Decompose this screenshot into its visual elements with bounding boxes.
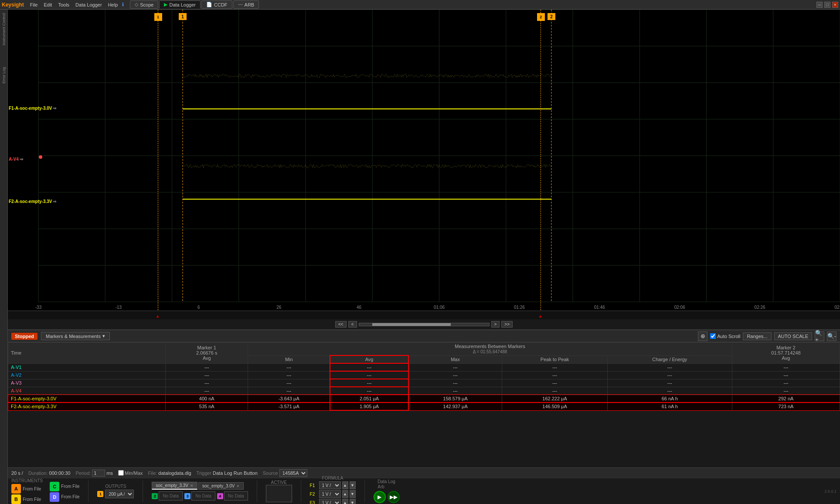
tab-scope[interactable]: ◇ Scope xyxy=(130,0,158,9)
nav-bar: << < > >> xyxy=(8,319,840,330)
run-play2-button[interactable]: ▶▶ xyxy=(388,491,400,503)
close-button[interactable]: ✕ xyxy=(832,2,838,8)
maximize-button[interactable]: □ xyxy=(824,2,830,8)
f2-down-arrow[interactable]: ▼ xyxy=(350,490,356,498)
instr-row-1: A From File xyxy=(11,484,43,494)
panel-tab-markers[interactable]: Markers & Measurements ▾ xyxy=(41,332,110,340)
divider-1 xyxy=(88,480,88,502)
cell-max: 142.937 μA xyxy=(408,403,502,410)
cell-ce: --- xyxy=(607,371,732,379)
output-num-4: 4 xyxy=(217,493,223,499)
output-row-1: 1 200 μA / xyxy=(97,490,134,498)
chart-area: F1-A-soc-empty-3.0V⇒ A-V4⇒ F2-A-soc-empt… xyxy=(8,10,840,311)
title-bar: Keysight File Edit Tools Data Logger Hel… xyxy=(0,0,840,10)
cell-m1: --- xyxy=(166,387,248,395)
f1-up-arrow[interactable]: ▲ xyxy=(342,481,348,489)
cell-channel: F2-A-soc-empty-3.3V xyxy=(8,403,166,410)
zoom-out-button[interactable]: 🔍- xyxy=(827,331,837,341)
info-icon[interactable]: ℹ xyxy=(122,2,124,7)
table-row: A-V4 --- --- --- --- --- --- --- xyxy=(8,387,840,395)
scope-icon: ◇ xyxy=(135,2,138,7)
min-max-checkbox[interactable] xyxy=(118,470,124,476)
instr-btn-c[interactable]: C xyxy=(50,482,59,491)
cell-min: --- xyxy=(248,371,330,379)
run-section: Data Log Arb ▶ ▶▶ xyxy=(374,479,400,503)
cell-avg: 1.905 μA xyxy=(330,403,408,410)
data-tabs-row: soc_empty_3.3V ✕ soc_empty_3.0V ✕ xyxy=(152,482,248,490)
divider-5 xyxy=(364,480,365,502)
tab-datalogger[interactable]: ▶ Data Logger xyxy=(159,0,201,9)
f1-dropdown[interactable]: 1 V / xyxy=(319,481,341,489)
auto-scroll-checkbox[interactable] xyxy=(710,333,716,339)
cell-m2: 723 nA xyxy=(732,403,840,410)
nav-last-button[interactable]: >> xyxy=(501,321,513,328)
menu-tools[interactable]: Tools xyxy=(55,2,72,8)
cell-m1: --- xyxy=(166,371,248,379)
f2-up-arrow[interactable]: ▲ xyxy=(342,490,348,498)
active-box xyxy=(266,485,292,502)
content-area: F1-A-soc-empty-3.0V⇒ A-V4⇒ F2-A-soc-empt… xyxy=(8,10,840,504)
cell-min: -3.571 μA xyxy=(248,403,330,410)
output-dropdown-1[interactable]: 200 μA / xyxy=(105,490,134,498)
auto-scroll-toggle[interactable]: Auto Scroll xyxy=(710,333,740,339)
cell-m2: --- xyxy=(732,371,840,379)
formula-row-3: F3 1 V / ▲ ▼ xyxy=(310,499,356,504)
col-min-header: Min xyxy=(248,355,330,363)
menu-datalogger[interactable]: Data Logger xyxy=(73,2,105,8)
cell-m2: --- xyxy=(732,387,840,395)
sidebar-error-log: Error Log xyxy=(1,65,7,85)
zoom-in-button[interactable]: 🔍+ xyxy=(815,331,824,341)
instr-btn-a[interactable]: A xyxy=(11,484,21,494)
active-section: ACTIVE xyxy=(266,480,292,502)
output-num-1: 1 xyxy=(97,491,103,497)
f1-down-arrow[interactable]: ▼ xyxy=(350,481,356,489)
menu-help[interactable]: Help xyxy=(105,2,121,8)
data-tab-soc-33[interactable]: soc_empty_3.3V ✕ xyxy=(152,482,197,490)
tab-soc-33-close[interactable]: ✕ xyxy=(190,484,194,488)
instr-btn-d[interactable]: D xyxy=(50,492,59,502)
f2-dropdown[interactable]: 1 V / xyxy=(319,490,341,498)
data-tab-soc-30[interactable]: soc_empty_3.0V ✕ xyxy=(198,482,244,490)
tab-ccdf[interactable]: 📄 CCDF xyxy=(201,0,232,9)
no-data-row: 2 No Data 3 No Data 4 No Data xyxy=(152,491,248,501)
table-row: A-V1 --- --- --- --- --- --- --- xyxy=(8,363,840,371)
bottom-panel: Stopped Markers & Measurements ▾ ⊕ Auto … xyxy=(8,330,840,478)
instrument-bar: INSTRUMENTS A From File B From File C Fr… xyxy=(8,478,840,504)
period-input[interactable] xyxy=(92,470,105,477)
menu-file[interactable]: File xyxy=(27,2,41,8)
min-max-checkbox-label[interactable]: Min/Max xyxy=(118,470,143,476)
scroll-thumb[interactable] xyxy=(372,323,451,326)
f3-down-arrow[interactable]: ▼ xyxy=(350,499,356,504)
no-data-3: No Data xyxy=(191,491,215,501)
cell-p2p: 146.509 μA xyxy=(502,403,607,410)
instr-row-3: C From File xyxy=(50,482,79,491)
source-select[interactable]: 14585A xyxy=(279,469,307,477)
col-time-header: Time xyxy=(8,343,166,364)
add-measurement-button[interactable]: ⊕ xyxy=(698,331,707,341)
nav-first-button[interactable]: << xyxy=(335,321,347,328)
tab-arb[interactable]: 〰 ARB xyxy=(233,0,259,9)
f3-up-arrow[interactable]: ▲ xyxy=(342,499,348,504)
menu-edit[interactable]: Edit xyxy=(41,2,54,8)
ranges-button[interactable]: Ranges... xyxy=(743,332,771,340)
scroll-track[interactable] xyxy=(359,323,490,326)
run-play-button[interactable]: ▶ xyxy=(374,491,386,503)
instr-btn-b[interactable]: B xyxy=(11,494,21,504)
instr-a-label: From File xyxy=(23,487,41,491)
cell-p2p: --- xyxy=(502,371,607,379)
col-marker1-header: Marker 12.06676 sAvg xyxy=(166,343,248,364)
app-logo: Keysight xyxy=(2,2,24,8)
tab-soc-30-close[interactable]: ✕ xyxy=(236,484,240,488)
auto-scale-button[interactable]: AUTO SCALE xyxy=(774,332,813,340)
tab-ccdf-label: CCDF xyxy=(214,2,228,7)
nav-prev-button[interactable]: < xyxy=(348,321,357,328)
cell-avg: --- xyxy=(330,363,408,371)
minimize-button[interactable]: ─ xyxy=(816,2,823,8)
cell-m1: 400 nA xyxy=(166,395,248,403)
f3-dropdown[interactable]: 1 V / xyxy=(319,499,341,504)
cell-channel: F1-A-soc-empty-3.0V xyxy=(8,395,166,403)
cell-m1: 535 nA xyxy=(166,403,248,410)
instr-row-4: D From File xyxy=(50,492,79,502)
col-max-header: Max xyxy=(408,355,502,363)
nav-next-button[interactable]: > xyxy=(491,321,500,328)
